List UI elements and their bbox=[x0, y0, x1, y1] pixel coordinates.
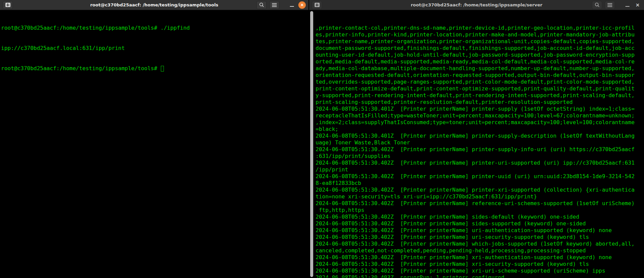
scrollbar[interactable] bbox=[310, 11, 313, 277]
minimize-button[interactable] bbox=[288, 1, 296, 9]
menu-button[interactable] bbox=[605, 1, 615, 9]
new-tab-icon bbox=[5, 3, 10, 7]
new-tab-icon bbox=[315, 3, 320, 7]
menu-button[interactable] bbox=[269, 1, 279, 9]
terminal-line: ipp://c370bd25aacf.local:631/ipp/print bbox=[1, 45, 308, 52]
terminal-cursor bbox=[161, 66, 164, 72]
minimize-button[interactable] bbox=[624, 1, 631, 9]
terminal-window-server: root@c370bd25aacf: /home/testing/ippsamp… bbox=[309, 0, 644, 278]
search-button[interactable] bbox=[256, 1, 267, 9]
terminal-prompt-line: root@c370bd25aacf:/home/testing/ippsampl… bbox=[1, 65, 308, 72]
close-button[interactable]: ✕ bbox=[634, 1, 641, 9]
terminal-window-tools: root@c370bd25aacf: /home/testing/ippsamp… bbox=[0, 0, 308, 278]
close-icon: ✕ bbox=[636, 2, 640, 8]
headerbar-tools[interactable]: root@c370bd25aacf: /home/testing/ippsamp… bbox=[0, 0, 308, 10]
search-icon bbox=[259, 2, 264, 7]
headerbar-server[interactable]: root@c370bd25aacf: /home/testing/ippsamp… bbox=[309, 0, 644, 10]
new-tab-button[interactable] bbox=[3, 1, 13, 9]
new-tab-button[interactable] bbox=[312, 1, 322, 9]
hamburger-menu-icon bbox=[608, 3, 612, 7]
header-controls: ✕ bbox=[592, 1, 641, 9]
minimize-icon bbox=[290, 6, 294, 7]
close-icon: ✕ bbox=[300, 3, 304, 7]
search-icon bbox=[595, 2, 600, 7]
terminal-content-server[interactable]: ,printer-contact-col,printer-dns-sd-name… bbox=[309, 10, 644, 278]
minimize-icon bbox=[625, 6, 629, 7]
hamburger-menu-icon bbox=[272, 3, 277, 7]
search-button[interactable] bbox=[592, 1, 602, 9]
terminal-line: root@c370bd25aacf:/home/testing/ippsampl… bbox=[1, 25, 308, 31]
terminal-content-tools[interactable]: root@c370bd25aacf:/home/testing/ippsampl… bbox=[0, 10, 308, 278]
close-button[interactable]: ✕ bbox=[298, 1, 306, 9]
header-controls: ✕ bbox=[256, 1, 306, 9]
terminal-output: ,printer-contact-col,printer-dns-sd-name… bbox=[316, 25, 644, 278]
